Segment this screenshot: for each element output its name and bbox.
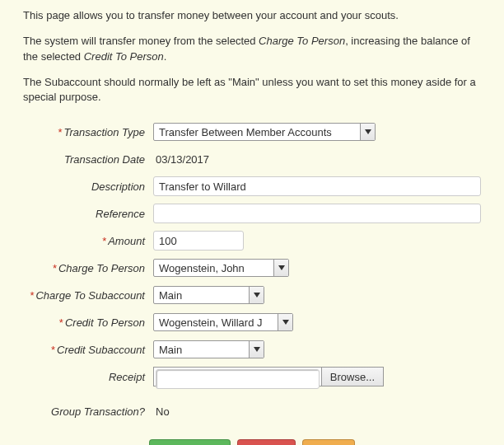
save-and-exit-button[interactable]: Save & Exit <box>149 439 230 445</box>
intro-p3: The Subaccount should normally be left a… <box>23 76 476 104</box>
charge-to-person-select[interactable]: Wogenstein, John <box>153 259 289 277</box>
chevron-down-icon <box>249 341 264 358</box>
chevron-down-icon <box>360 124 375 140</box>
browse-button[interactable]: Browse... <box>321 368 383 386</box>
label-description: Description <box>23 180 153 193</box>
reference-input[interactable] <box>153 204 481 223</box>
amount-input[interactable] <box>153 231 244 251</box>
label-transaction-type: *Transaction Type <box>23 126 153 138</box>
description-input[interactable] <box>153 176 481 196</box>
credit-subaccount-select[interactable]: Main <box>153 340 264 358</box>
chevron-down-icon <box>249 287 264 303</box>
label-group-transaction: Group Transaction? <box>23 405 153 418</box>
transaction-type-select[interactable]: Transfer Between Member Accounts <box>153 123 376 141</box>
intro-p1: This page allows you to transfer money b… <box>23 9 399 21</box>
label-receipt: Receipt <box>23 371 153 383</box>
charge-to-subaccount-select[interactable]: Main <box>153 286 264 304</box>
label-charge-to-person: *Charge To Person <box>23 262 153 274</box>
transaction-date-value: 03/13/2017 <box>153 153 209 166</box>
label-transaction-date: Transaction Date <box>23 153 153 166</box>
label-credit-to-person: *Credit To Person <box>23 316 153 329</box>
reset-button[interactable]: Reset <box>302 439 355 445</box>
credit-to-person-select[interactable]: Wogenstein, Willard J <box>153 313 293 331</box>
label-charge-to-subaccount: *Charge To Subaccount <box>23 289 153 302</box>
receipt-file-input[interactable]: Browse... <box>153 367 384 386</box>
receipt-path-field[interactable] <box>156 369 320 389</box>
transfer-form: *Transaction Type Transfer Between Membe… <box>23 122 481 445</box>
chevron-down-icon <box>273 260 288 276</box>
label-reference: Reference <box>23 208 153 220</box>
group-transaction-value: No <box>153 405 170 418</box>
label-amount: *Amount <box>23 235 153 247</box>
intro-text: This page allows you to transfer money b… <box>23 8 481 105</box>
chevron-down-icon <box>278 314 292 330</box>
label-credit-subaccount: *Credit Subaccount <box>23 344 153 356</box>
cancel-button[interactable]: Cancel <box>237 439 296 445</box>
